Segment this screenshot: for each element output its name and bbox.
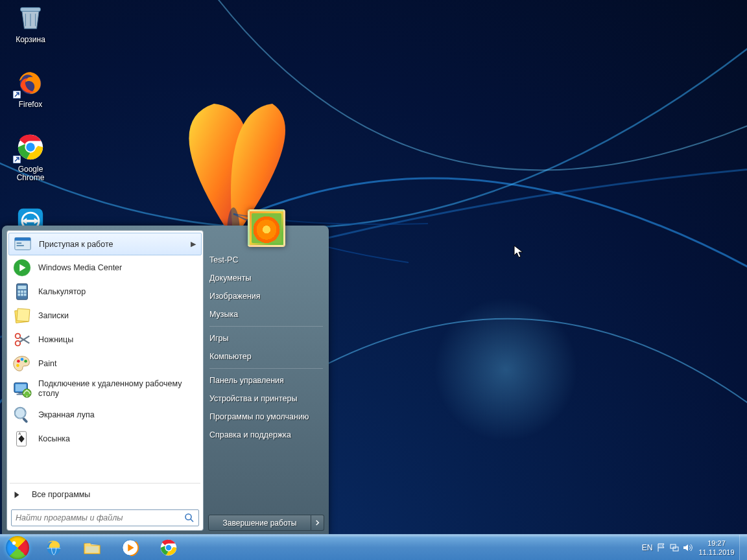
program-solitaire[interactable]: A Косынка bbox=[7, 426, 203, 450]
program-label: Экранная лупа bbox=[38, 410, 95, 419]
volume-icon bbox=[682, 542, 693, 553]
flag-icon bbox=[656, 542, 667, 553]
start-menu-left-panel: Приступая к работе ▶ Windows Media Cente… bbox=[6, 230, 204, 531]
program-calculator[interactable]: Калькулятор bbox=[7, 279, 203, 303]
program-remote-desktop[interactable]: Подключение к удаленному рабочему столу bbox=[7, 375, 203, 402]
svg-rect-16 bbox=[17, 244, 24, 246]
svg-point-34 bbox=[16, 364, 19, 367]
recycle-bin-icon bbox=[16, 3, 45, 32]
start-button[interactable] bbox=[0, 535, 35, 561]
svg-point-31 bbox=[17, 359, 20, 362]
sticky-notes-icon bbox=[12, 306, 32, 325]
svg-text:A: A bbox=[18, 432, 21, 436]
user-name-link[interactable]: Test-PC bbox=[208, 251, 324, 269]
desktop-icon-firefox[interactable]: Firefox bbox=[6, 67, 54, 109]
svg-rect-22 bbox=[21, 290, 23, 293]
right-link-documents[interactable]: Документы bbox=[208, 269, 324, 287]
remote-desktop-icon bbox=[12, 379, 32, 399]
right-link-music[interactable]: Музыка bbox=[208, 305, 324, 323]
desktop[interactable]: Корзина Firefox Google Chrome Приступая … bbox=[0, 0, 747, 534]
right-link-devices-printers[interactable]: Устройства и принтеры bbox=[208, 390, 324, 408]
start-menu-right-panel: Test-PC Документы Изображения Музыка Игр… bbox=[208, 230, 324, 531]
scissors-icon bbox=[12, 330, 32, 349]
program-label: Приступая к работе bbox=[39, 240, 113, 249]
right-link-games[interactable]: Игры bbox=[208, 329, 324, 347]
search-input[interactable] bbox=[16, 513, 184, 522]
desktop-icon-label: Корзина bbox=[6, 36, 54, 44]
search-icon bbox=[184, 513, 195, 523]
program-label: Записки bbox=[38, 311, 69, 320]
shutdown-group: Завершение работы bbox=[208, 515, 324, 531]
svg-rect-28 bbox=[17, 309, 30, 321]
svg-rect-42 bbox=[22, 417, 28, 423]
svg-rect-14 bbox=[15, 237, 30, 240]
desktop-icon-label: Google Chrome bbox=[6, 165, 54, 182]
shutdown-button[interactable]: Завершение работы bbox=[208, 515, 311, 531]
taskbar-item-google-chrome[interactable] bbox=[150, 535, 187, 560]
clock-date: 11.11.2019 bbox=[696, 548, 737, 557]
svg-point-0 bbox=[434, 298, 577, 441]
calculator-icon bbox=[12, 282, 32, 301]
svg-rect-23 bbox=[24, 290, 27, 293]
program-label: Калькулятор bbox=[38, 287, 86, 296]
triangle-right-icon bbox=[15, 491, 19, 498]
tray-volume[interactable] bbox=[681, 535, 694, 561]
svg-rect-2 bbox=[21, 8, 41, 12]
program-getting-started[interactable]: Приступая к работе ▶ bbox=[8, 233, 202, 255]
svg-point-52 bbox=[166, 545, 171, 550]
wmc-icon bbox=[12, 258, 32, 277]
program-magnifier[interactable]: Экранная лупа bbox=[7, 402, 203, 426]
right-link-images[interactable]: Изображения bbox=[208, 287, 324, 305]
file-explorer-icon bbox=[82, 538, 102, 557]
user-avatar[interactable] bbox=[248, 209, 285, 247]
taskbar-item-internet-explorer[interactable] bbox=[35, 535, 73, 560]
shortcut-overlay-icon bbox=[13, 156, 21, 163]
program-label: Ножницы bbox=[38, 335, 73, 344]
right-link-default-programs[interactable]: Программы по умолчанию bbox=[208, 408, 324, 426]
program-windows-media-center[interactable]: Windows Media Center bbox=[7, 255, 203, 279]
start-menu-programs: Приступая к работе ▶ Windows Media Cente… bbox=[7, 231, 203, 480]
shortcut-overlay-icon bbox=[13, 91, 21, 99]
svg-rect-47 bbox=[86, 546, 99, 552]
chevron-right-icon bbox=[314, 520, 320, 526]
magnifier-icon bbox=[12, 405, 32, 425]
taskbar-item-file-explorer[interactable] bbox=[73, 535, 111, 560]
language-indicator[interactable]: EN bbox=[639, 535, 655, 561]
program-paint[interactable]: Paint bbox=[7, 351, 203, 375]
svg-point-45 bbox=[185, 514, 191, 520]
svg-point-8 bbox=[26, 143, 34, 151]
tray-clock[interactable]: 19:27 11.11.2019 bbox=[694, 539, 739, 557]
program-label: Подключение к удаленному рабочему столу bbox=[38, 379, 198, 399]
program-sticky-notes[interactable]: Записки bbox=[7, 303, 203, 327]
separator bbox=[209, 368, 323, 369]
all-programs-button[interactable]: Все программы bbox=[7, 484, 203, 506]
tray-action-center[interactable] bbox=[655, 535, 668, 561]
desktop-icon-recycle-bin[interactable]: Корзина bbox=[6, 3, 54, 44]
right-link-computer[interactable]: Компьютер bbox=[208, 347, 324, 366]
svg-rect-20 bbox=[18, 285, 26, 289]
windows-orb-icon bbox=[6, 536, 29, 559]
paint-icon bbox=[12, 354, 32, 373]
desktop-icon-google-chrome[interactable]: Google Chrome bbox=[6, 132, 54, 182]
system-tray: EN 19:27 11.11.2019 bbox=[639, 535, 747, 561]
svg-rect-15 bbox=[17, 242, 22, 244]
internet-explorer-icon bbox=[44, 538, 64, 557]
svg-point-32 bbox=[21, 358, 24, 361]
program-label: Windows Media Center bbox=[38, 263, 122, 272]
all-programs-label: Все программы bbox=[32, 490, 90, 499]
tray-network[interactable] bbox=[668, 535, 681, 561]
right-link-control-panel[interactable]: Панель управления bbox=[208, 371, 324, 390]
svg-point-33 bbox=[24, 359, 27, 362]
shutdown-options-button[interactable] bbox=[311, 515, 324, 531]
chrome-icon bbox=[159, 538, 178, 557]
wmp-icon bbox=[121, 538, 140, 557]
taskbar-item-windows-media-player[interactable] bbox=[112, 535, 149, 560]
right-link-help-support[interactable]: Справка и поддержка bbox=[208, 426, 324, 444]
separator bbox=[209, 326, 323, 327]
program-snipping-tool[interactable]: Ножницы bbox=[7, 327, 203, 351]
start-menu-search[interactable] bbox=[11, 509, 199, 526]
program-label: Paint bbox=[38, 359, 57, 368]
start-menu: Приступая к работе ▶ Windows Media Cente… bbox=[2, 226, 329, 535]
show-desktop-button[interactable] bbox=[739, 535, 747, 561]
desktop-icon-label: Firefox bbox=[6, 100, 54, 109]
